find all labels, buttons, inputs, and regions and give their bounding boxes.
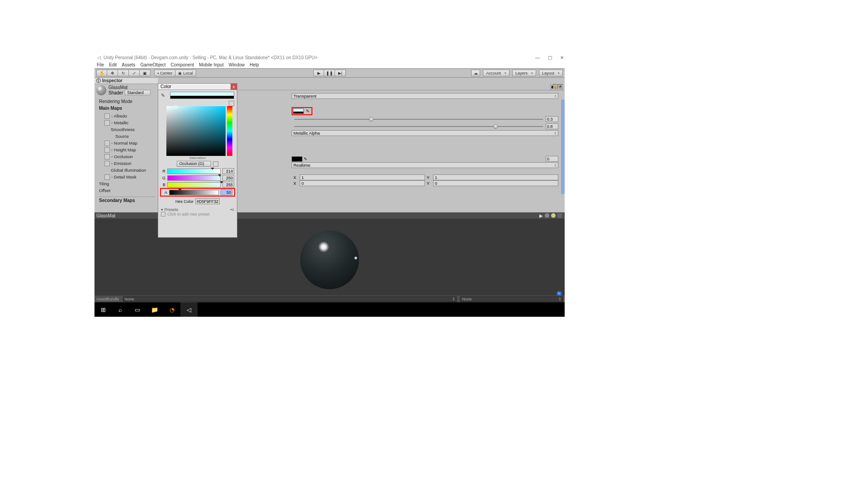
layers-dropdown[interactable]: Layers (512, 70, 536, 76)
albedo-texture-slot[interactable] (104, 113, 110, 119)
g-label: G (161, 176, 165, 180)
unity-taskbar-icon[interactable]: ◁ (180, 302, 198, 317)
material-preview-sphere[interactable] (300, 230, 359, 289)
g-slider[interactable] (167, 175, 221, 181)
lock-icon[interactable]: 🔒 (553, 84, 557, 89)
shader-dropdown[interactable]: Standard (125, 90, 151, 95)
menu-edit[interactable]: Edit (109, 62, 117, 67)
sv-cursor-icon[interactable] (174, 105, 177, 109)
scrollbar-thumb[interactable] (561, 99, 565, 194)
color-mode-icon[interactable] (229, 101, 234, 106)
saturation-value-area[interactable]: Brightness (166, 106, 232, 156)
menu-help[interactable]: Help (250, 62, 259, 67)
menu-file[interactable]: File (97, 62, 104, 67)
rendering-mode-dropdown[interactable]: Transparent (292, 93, 558, 99)
albedo-eyedropper-icon[interactable]: ✎ (305, 108, 311, 114)
blender-icon[interactable]: ◔ (163, 302, 180, 317)
pivot-local-button[interactable]: ◉Local (175, 70, 196, 76)
play-button-icon[interactable]: ▶ (313, 70, 324, 76)
color-picker-close-icon[interactable]: x (231, 84, 237, 90)
assetbundle-variant-dropdown[interactable]: None‡ (460, 296, 563, 302)
minimize-icon[interactable]: — (535, 55, 540, 60)
move-tool-icon[interactable]: ✥ (107, 70, 118, 76)
occlusion-texture-slot[interactable] (104, 154, 110, 160)
b-slider[interactable] (167, 182, 221, 188)
preview-play-icon[interactable]: ▶ (539, 213, 543, 218)
a-label: A (163, 190, 167, 195)
metallic-value[interactable]: 0.3 (546, 116, 558, 122)
pause-button-icon[interactable]: ❚❚ (324, 70, 335, 76)
source-dropdown[interactable]: Metallic Alpha (292, 130, 558, 136)
cloud-icon[interactable]: ☁ (471, 70, 480, 76)
offset-x-input[interactable] (300, 180, 425, 186)
tiling-x-input[interactable] (300, 174, 425, 180)
inspector-right-fields: ◧ ⚙ Transparent ✎ 0.3 (237, 84, 565, 186)
preview-light-icon[interactable] (545, 213, 549, 218)
emission-value[interactable]: 0 (546, 156, 558, 162)
step-button-icon[interactable]: ▶| (335, 70, 346, 76)
metallic-slider[interactable] (294, 119, 543, 120)
alpha-row-highlight: A (160, 188, 235, 197)
menu-icon[interactable]: ≡ (558, 84, 563, 89)
rect-tool-icon[interactable]: ▣ (140, 70, 151, 76)
preview-light2-icon[interactable] (551, 213, 556, 218)
presets-toggle[interactable]: ▾ Presets (161, 207, 178, 212)
menu-bar: File Edit Assets GameObject Component Mo… (94, 61, 565, 68)
pivot-center-button[interactable]: ▪Center (154, 70, 175, 76)
r-slider[interactable] (167, 169, 221, 174)
hex-label: Hex Color (175, 199, 193, 204)
emission-color-swatch[interactable] (292, 156, 302, 162)
albedo-color-swatch[interactable] (293, 108, 304, 114)
layout-dropdown[interactable]: Layout (539, 70, 563, 76)
emission-texture-slot[interactable] (104, 161, 110, 166)
channel-dropdown[interactable]: Occlusion (G) (177, 161, 211, 167)
inspector-scrollbar[interactable] (561, 99, 565, 212)
sv-gradient[interactable] (166, 106, 226, 156)
assetbundle-dropdown[interactable]: None‡ (123, 296, 457, 302)
play-controls: ▶ ❚❚ ▶| (313, 70, 346, 76)
gi-dropdown[interactable]: Realtime (292, 162, 558, 168)
tiling-y-input[interactable] (433, 174, 558, 180)
smoothness-slider[interactable] (294, 126, 543, 127)
g-value-input[interactable] (222, 175, 234, 181)
presets-menu-icon[interactable]: •≡ (231, 207, 234, 212)
detailmask-texture-slot[interactable] (104, 174, 110, 180)
menu-mobileinput[interactable]: Mobile Input (199, 62, 223, 67)
emission-eyedropper-icon[interactable]: ✎ (302, 156, 309, 162)
maximize-icon[interactable]: ▢ (548, 55, 552, 60)
a-value-input[interactable] (221, 189, 232, 195)
account-dropdown[interactable]: Account (483, 70, 509, 76)
a-slider[interactable] (169, 190, 219, 195)
taskview-icon[interactable]: ▭ (129, 302, 146, 317)
offset-y-input[interactable] (433, 180, 558, 186)
rotate-tool-icon[interactable]: ↻ (118, 70, 129, 76)
start-button-icon[interactable]: ⊞ (94, 302, 112, 317)
inspector-right-header: ◧ ⚙ (237, 84, 565, 90)
channel-mode-icon[interactable] (213, 161, 218, 167)
close-icon[interactable]: ✕ (560, 55, 564, 60)
inspector-tab[interactable]: ⓘ Inspector (94, 78, 158, 84)
hex-input[interactable]: # D5F9FF32 (195, 198, 220, 204)
normalmap-texture-slot[interactable] (104, 141, 110, 146)
menu-gameobject[interactable]: GameObject (140, 62, 165, 67)
eyedropper-icon[interactable]: ✎ (161, 93, 167, 99)
add-preset-row[interactable]: Click to add new preset (161, 212, 234, 216)
preview-env-icon[interactable] (557, 213, 562, 218)
saturation-axis-label: Saturation (158, 156, 237, 160)
b-value-input[interactable] (222, 182, 234, 188)
hand-tool-icon[interactable]: ✋ (96, 70, 107, 76)
heightmap-texture-slot[interactable] (104, 147, 110, 153)
fileexplorer-icon[interactable]: 📁 (146, 302, 163, 317)
r-value-input[interactable] (222, 168, 234, 174)
rendering-mode-label: Rendering Mode (99, 99, 155, 104)
menu-assets[interactable]: Assets (122, 62, 135, 67)
smoothness-value[interactable]: 0.8 (546, 123, 558, 129)
windows-taskbar: ⊞ ⌕ ▭ 📁 ◔ ◁ (94, 302, 565, 317)
metallic-texture-slot[interactable] (104, 120, 110, 126)
menu-component[interactable]: Component (171, 62, 194, 67)
hue-slider[interactable] (227, 106, 232, 156)
occlusion-label: ◦ Occlusion (111, 154, 133, 159)
search-icon[interactable]: ⌕ (112, 302, 129, 317)
scale-tool-icon[interactable]: ⤢ (129, 70, 140, 76)
menu-window[interactable]: Window (229, 62, 245, 67)
